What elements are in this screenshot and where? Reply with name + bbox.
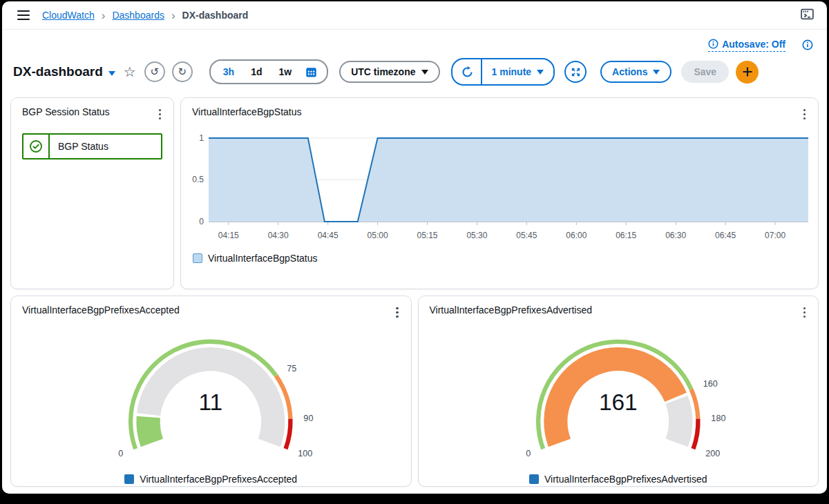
- favorite-star-button[interactable]: ☆: [122, 65, 137, 79]
- x-tick-label: 04:15: [218, 231, 239, 240]
- x-tick-label: 06:15: [616, 231, 636, 240]
- alarm-ok-check-icon: [29, 139, 43, 153]
- clipped-next-row-text: NWMKHE TPAGRS BXDLOF UCIVNW MKHETP AGRSB…: [12, 493, 817, 494]
- cloudshell-icon[interactable]: [800, 7, 814, 24]
- chevron-down-icon: [421, 70, 428, 75]
- widget-virtualinterfacebgpstatus: VirtualInterfaceBgpStatus 10.50 04:1504:…: [180, 97, 819, 289]
- x-tick-label: 07:00: [765, 231, 785, 240]
- undo-button[interactable]: ↺: [144, 61, 165, 82]
- dashboard-info-icon[interactable]: [802, 39, 813, 50]
- gauge-tick-label: 0: [526, 449, 531, 458]
- legend-item-virtualinterfacebgpprefixesaccepted[interactable]: VirtualInterfaceBgpPrefixesAccepted: [124, 474, 297, 485]
- legend-swatch: [529, 474, 539, 484]
- x-tick-label: 06:00: [566, 231, 587, 240]
- legend-swatch: [193, 253, 202, 263]
- x-tick-label: 05:30: [466, 231, 487, 240]
- gauge-chart: 0759010011 VirtualInterfaceBgpPrefixesAc…: [11, 320, 411, 485]
- redo-button[interactable]: ↻: [172, 61, 193, 82]
- legend-item-virtualinterfacebgpstatus[interactable]: VirtualInterfaceBgpStatus: [193, 253, 818, 264]
- autosave-row: Autosave: Off: [2, 30, 827, 53]
- app-window: CloudWatch › Dashboards › DX-dashboard: [2, 1, 827, 494]
- y-tick-label: 0.5: [192, 175, 204, 184]
- widget-title: BGP Session Status: [22, 106, 110, 117]
- y-tick-label: 0: [199, 217, 204, 226]
- plus-icon: [742, 66, 753, 77]
- x-tick-label: 05:15: [417, 231, 437, 240]
- x-tick-label: 06:45: [715, 231, 736, 240]
- widget-menu-button[interactable]: [798, 304, 811, 320]
- x-tick-label: 05:00: [368, 231, 388, 240]
- dashboard-title-dropdown[interactable]: DX-dashboard: [13, 64, 115, 79]
- breadcrumb-dashboards[interactable]: Dashboards: [112, 10, 164, 21]
- time-range-1w[interactable]: 1w: [270, 66, 300, 77]
- gauge-chart: 0160180200161 VirtualInterfaceBgpPrefixe…: [419, 320, 819, 485]
- refresh-button[interactable]: [452, 59, 482, 84]
- gauge-tick-label: 75: [287, 364, 297, 374]
- dashboard-header: DX-dashboard ☆ ↺ ↻ 3h 1d 1w UTC timezone…: [2, 53, 827, 88]
- legend-swatch: [124, 474, 134, 484]
- chart-plot-area: [209, 135, 808, 228]
- gauge-tick-label: 0: [119, 449, 124, 458]
- time-range-3h[interactable]: 3h: [215, 66, 242, 77]
- gauge-svg: 0160180200161: [468, 322, 768, 464]
- refresh-controls: 1 minute: [451, 58, 555, 86]
- widget-title: VirtualInterfaceBgpPrefixesAdvertised: [430, 304, 593, 316]
- fullscreen-icon: [570, 66, 582, 78]
- dashboard-grid: BGP Session Status BGP Status VirtualInt…: [2, 88, 827, 487]
- widget-bgp-session-status: BGP Session Status BGP Status: [10, 97, 174, 289]
- widget-title: VirtualInterfaceBgpPrefixesAccepted: [22, 304, 180, 316]
- y-axis-labels: 10.50: [188, 135, 209, 228]
- chevron-down-icon: [108, 71, 115, 76]
- x-tick-label: 05:45: [516, 231, 537, 240]
- widget-virtualinterfacebgpprefixesadvertised: VirtualInterfaceBgpPrefixesAdvertised 01…: [418, 295, 819, 487]
- autosave-toggle-link[interactable]: Autosave: Off: [708, 39, 785, 52]
- widget-virtualinterfacebgpprefixesaccepted: VirtualInterfaceBgpPrefixesAccepted 0759…: [10, 295, 412, 487]
- x-axis-labels: 04:1504:3004:4505:0005:1505:3005:4506:00…: [209, 229, 808, 243]
- breadcrumb-separator: ›: [102, 10, 106, 21]
- chevron-down-icon: [537, 70, 544, 75]
- gauge-tick-label: 100: [298, 449, 313, 458]
- custom-date-range-button[interactable]: [300, 66, 323, 78]
- hamburger-menu-icon[interactable]: [15, 8, 32, 23]
- actions-dropdown[interactable]: Actions: [600, 61, 671, 83]
- widget-menu-button[interactable]: [798, 106, 811, 122]
- save-button[interactable]: Save: [681, 61, 729, 83]
- line-chart: 10.50: [188, 135, 808, 228]
- breadcrumb-cloudwatch[interactable]: CloudWatch: [42, 10, 95, 21]
- x-tick-label: 04:30: [268, 231, 289, 240]
- info-icon: [708, 39, 718, 49]
- time-range-1d[interactable]: 1d: [242, 66, 270, 77]
- legend-item-virtualinterfacebgpprefixesadvertised[interactable]: VirtualInterfaceBgpPrefixesAdvertised: [529, 474, 707, 485]
- page-title: DX-dashboard: [13, 64, 103, 79]
- add-widget-button[interactable]: [736, 61, 759, 84]
- widget-menu-button[interactable]: [390, 304, 403, 320]
- calendar-icon: [305, 66, 317, 78]
- gauge-tick-label: 160: [703, 379, 718, 389]
- x-tick-label: 06:30: [665, 231, 686, 240]
- alarm-status-item[interactable]: BGP Status: [22, 133, 162, 159]
- gauge-svg: 0759010011: [61, 322, 361, 464]
- gauge-tick-label: 180: [711, 414, 725, 423]
- fullscreen-button[interactable]: [564, 61, 587, 83]
- breadcrumb-current: DX-dashboard: [182, 10, 249, 21]
- gauge-value: 161: [599, 389, 638, 415]
- y-tick-label: 1: [199, 133, 204, 143]
- chevron-down-icon: [653, 70, 660, 75]
- breadcrumb: CloudWatch › Dashboards › DX-dashboard: [42, 10, 248, 21]
- widget-title: VirtualInterfaceBgpStatus: [192, 106, 302, 117]
- top-navigation-bar: CloudWatch › Dashboards › DX-dashboard: [2, 1, 827, 30]
- alarm-name: BGP Status: [50, 135, 117, 158]
- time-range-selector: 3h 1d 1w: [209, 59, 328, 84]
- gauge-tick-label: 200: [705, 449, 720, 458]
- widget-menu-button[interactable]: [153, 106, 166, 122]
- refresh-icon: [461, 66, 474, 79]
- timezone-dropdown[interactable]: UTC timezone: [339, 61, 439, 83]
- gauge-value: 11: [199, 389, 223, 415]
- x-tick-label: 04:45: [318, 231, 339, 240]
- gauge-tick-label: 90: [304, 414, 314, 423]
- refresh-interval-dropdown[interactable]: 1 minute: [482, 59, 554, 84]
- breadcrumb-separator: ›: [171, 10, 175, 21]
